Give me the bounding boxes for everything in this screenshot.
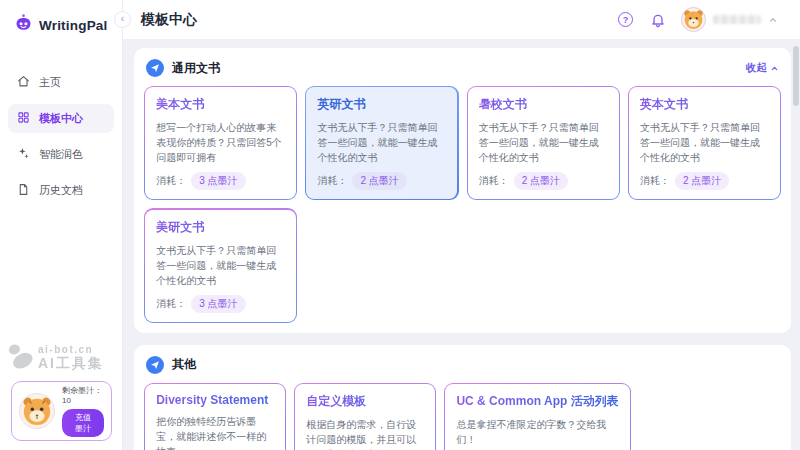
template-card[interactable]: 英研文书 文书无从下手？只需简单回答一些问题，就能一键生成个性化的文书 消耗： …: [305, 86, 458, 200]
top-header: 模板中心 ?: [123, 0, 800, 40]
card-description: 总是拿捏不准限定的字数？交给我们！: [456, 417, 618, 447]
sidebar-item-templates[interactable]: 模板中心: [8, 104, 114, 133]
user-ink-card: 剩余墨汁：10 充值墨汁: [11, 381, 112, 441]
template-card[interactable]: 英本文书 文书无从下手？只需简单回答一些问题，就能一键生成个性化的文书 消耗： …: [628, 86, 781, 200]
watermark-logo-icon: [5, 342, 35, 374]
template-card[interactable]: UC & Common App 活动列表 总是拿捏不准限定的字数？交给我们！ 消…: [444, 383, 631, 450]
template-card[interactable]: Diversity Statement 把你的独特经历告诉墨宝，就能讲述你不一样…: [144, 383, 286, 450]
card-grid-general: 美本文书 想写一个打动人心的故事来表现你的特质？只需回答5个问题即可拥有 消耗：…: [144, 86, 781, 323]
page-title: 模板中心: [141, 11, 197, 29]
main-content: 通用文书 收起 美本文书 想写一个打动人心的故事来表现你的特质？只需回答5个问题…: [123, 40, 800, 450]
sidebar-item-label: 历史文档: [39, 183, 83, 198]
card-title: 自定义模板: [306, 393, 424, 410]
section-title: 其他: [172, 356, 196, 373]
card-description: 根据自身的需求，自行设计问题的模版，并且可以保存和收藏在未来使用: [306, 417, 424, 450]
sidebar: WritingPal 主页 模板中心 智能润色: [0, 0, 123, 450]
card-description: 把你的独特经历告诉墨宝，就能讲述你不一样的故事: [156, 414, 274, 450]
sparkles-icon: [17, 147, 30, 162]
watermark: ai-bot.cn AI工具集: [5, 342, 104, 374]
card-title: Diversity Statement: [156, 393, 274, 407]
section-title: 通用文书: [172, 60, 220, 77]
sidebar-item-label: 智能润色: [39, 147, 83, 162]
cost-label: 消耗：: [317, 174, 347, 188]
cost-badge: 3 点墨汁: [191, 172, 245, 190]
template-card[interactable]: 美研文书 文书无从下手？只需简单回答一些问题，就能一键生成个性化的文书 消耗： …: [144, 208, 297, 322]
card-title: UC & Common App 活动列表: [456, 393, 618, 410]
cost-badge: 2 点墨汁: [514, 172, 568, 190]
robot-logo-icon: [13, 13, 34, 38]
username-redacted: [713, 15, 761, 24]
sidebar-item-label: 模板中心: [39, 111, 83, 126]
card-title: 英本文书: [640, 96, 769, 113]
content-pane: ‹ 模板中心 ?: [123, 0, 800, 450]
ink-balance-label: 剩余墨汁：10: [62, 385, 104, 405]
cost-badge: 2 点墨汁: [352, 172, 406, 190]
chevron-up-icon: [768, 15, 778, 25]
sidebar-collapse-button[interactable]: ‹: [114, 11, 131, 28]
cost-badge: 2 点墨汁: [675, 172, 729, 190]
app-window: WritingPal 主页 模板中心 智能润色: [0, 0, 800, 450]
sidebar-item-home[interactable]: 主页: [8, 68, 114, 97]
tiger-avatar: [19, 393, 55, 429]
app-logo: WritingPal: [0, 0, 122, 50]
send-icon: [146, 356, 164, 374]
section-general-essays: 通用文书 收起 美本文书 想写一个打动人心的故事来表现你的特质？只需回答5个问题…: [134, 48, 791, 333]
cost-label: 消耗：: [640, 174, 670, 188]
cost-badge: 3 点墨汁: [191, 295, 245, 313]
card-description: 文书无从下手？只需简单回答一些问题，就能一键生成个性化的文书: [156, 243, 285, 288]
send-icon: [146, 59, 164, 77]
card-description: 文书无从下手？只需简单回答一些问题，就能一键生成个性化的文书: [479, 120, 608, 165]
card-title: 美本文书: [156, 96, 285, 113]
card-title: 美研文书: [156, 219, 285, 236]
template-card[interactable]: 暑校文书 文书无从下手？只需简单回答一些问题，就能一键生成个性化的文书 消耗： …: [467, 86, 620, 200]
cost-label: 消耗：: [156, 174, 186, 188]
card-title: 英研文书: [317, 96, 446, 113]
sidebar-item-label: 主页: [39, 75, 61, 90]
card-description: 文书无从下手？只需简单回答一些问题，就能一键生成个性化的文书: [640, 120, 769, 165]
card-description: 文书无从下手？只需简单回答一些问题，就能一键生成个性化的文书: [317, 120, 446, 165]
sidebar-item-history[interactable]: 历史文档: [8, 176, 114, 205]
account-menu[interactable]: [681, 7, 778, 32]
sidebar-nav: 主页 模板中心 智能润色 历史文档: [0, 50, 122, 205]
cost-label: 消耗：: [479, 174, 509, 188]
bell-icon[interactable]: [649, 11, 666, 28]
user-avatar: [681, 7, 706, 32]
collapse-section-link[interactable]: 收起: [746, 61, 779, 75]
card-description: 想写一个打动人心的故事来表现你的特质？只需回答5个问题即可拥有: [156, 120, 285, 165]
home-icon: [17, 75, 30, 90]
card-title: 暑校文书: [479, 96, 608, 113]
help-icon[interactable]: ?: [617, 11, 634, 28]
watermark-title: AI工具集: [38, 356, 104, 371]
template-card[interactable]: 自定义模板 根据自身的需求，自行设计问题的模版，并且可以保存和收藏在未来使用 消…: [294, 383, 436, 450]
template-card[interactable]: 美本文书 想写一个打动人心的故事来表现你的特质？只需回答5个问题即可拥有 消耗：…: [144, 86, 297, 200]
app-name: WritingPal: [39, 18, 108, 33]
document-icon: [17, 183, 30, 198]
collapse-label: 收起: [746, 61, 767, 75]
scrollbar-thumb[interactable]: [793, 46, 799, 106]
section-other: 其他 Diversity Statement 把你的独特经历告诉墨宝，就能讲述你…: [134, 345, 791, 450]
recharge-ink-button[interactable]: 充值墨汁: [62, 409, 104, 437]
sidebar-item-polish[interactable]: 智能润色: [8, 140, 114, 169]
cost-label: 消耗：: [156, 297, 186, 311]
card-grid-other: Diversity Statement 把你的独特经历告诉墨宝，就能讲述你不一样…: [144, 383, 781, 450]
grid-icon: [17, 111, 30, 126]
